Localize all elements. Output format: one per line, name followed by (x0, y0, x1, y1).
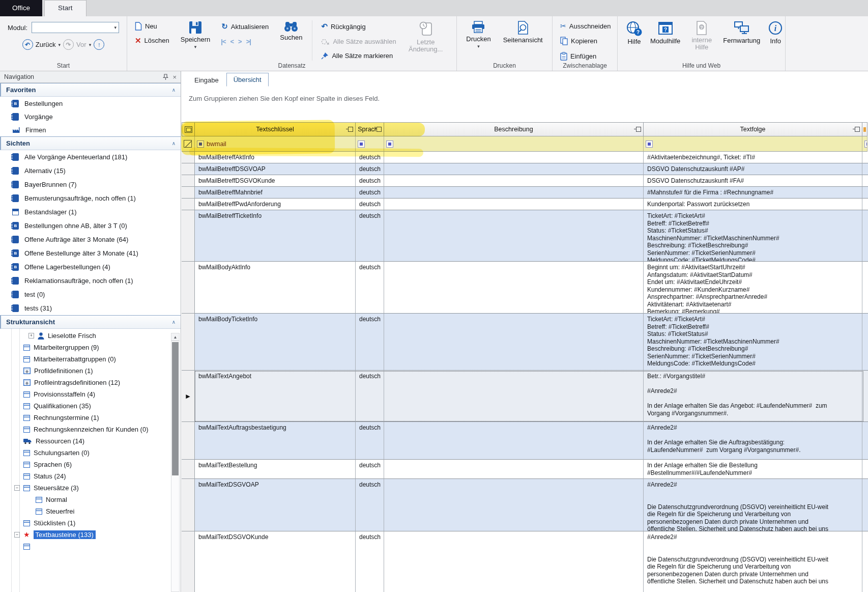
cell-beschreibung[interactable] (384, 210, 644, 262)
cell-textfolge[interactable]: TicketArt: #TicketArt# Betreff: #TicketB… (644, 314, 862, 371)
cell-sprache[interactable]: deutsch (356, 152, 384, 163)
vor-button[interactable]: Vor (76, 41, 86, 48)
expand-plus-icon[interactable]: + (28, 333, 34, 339)
section-header-strukturansicht[interactable]: Strukturansicht∧ (0, 315, 181, 329)
filter-type-icon[interactable] (358, 140, 365, 148)
tree-item[interactable]: Normal (0, 494, 181, 505)
cell-textschluessel[interactable]: bwMailTextAngebot (195, 371, 356, 422)
cell-textschluessel[interactable]: bwMailBodyAktInfo (195, 262, 356, 314)
column-header-beschreibung[interactable]: Beschreibung (384, 122, 644, 136)
tree-item-partial[interactable] (0, 541, 181, 552)
speichern-button[interactable]: Speichern ▾ (177, 20, 214, 49)
cell-textfolge[interactable]: TicketArt: #TicketArt# Betreff: #TicketB… (644, 210, 862, 262)
sicht-item[interactable]: Offene Aufträge älter 3 Monate (64) (0, 233, 181, 246)
column-header-textfolge[interactable]: Textfolge (644, 122, 862, 136)
tree-item[interactable]: Stücklisten (1) (0, 517, 181, 529)
scroll-up-icon[interactable]: ▲ (171, 333, 179, 341)
collapse-chevron-icon[interactable]: ∧ (172, 87, 176, 93)
row-selector[interactable] (182, 422, 195, 460)
row-selector[interactable] (182, 163, 195, 175)
tree-item-textbausteine[interactable]: − ★ Textbausteine (133) (0, 529, 181, 541)
cell-textfolge[interactable]: #Anrede2# In der Anlage erhalten Sie die… (644, 422, 862, 460)
tree-item[interactable]: Ressourcen (14) (0, 435, 181, 447)
row-selector[interactable] (182, 210, 195, 262)
table-row[interactable]: bwMailBetreffMahnbrief deutsch #Mahnstuf… (182, 187, 868, 199)
table-row[interactable]: bwMailTextDSGVOKunde deutsch #Anrede2# D… (182, 531, 868, 592)
filter-type-icon[interactable] (646, 140, 653, 148)
table-row[interactable]: bwMailBodyAktInfo deutsch Beginnt um: #A… (182, 262, 868, 314)
cell-beschreibung[interactable] (384, 175, 644, 187)
cell-beschreibung[interactable] (384, 531, 644, 592)
cell-textschluessel[interactable]: bwMailTextDSGVOAP (195, 479, 356, 531)
tree-item[interactable]: Mitarbeitergruppen (9) (0, 342, 181, 353)
rueckgaengig-button[interactable]: ↶ Rückgängig (319, 20, 398, 33)
kopieren-button[interactable]: Kopieren (558, 35, 613, 47)
pin-column-icon[interactable] (348, 127, 353, 132)
pin-icon[interactable] (163, 74, 168, 80)
aktualisieren-button[interactable]: ↻ Aktualisieren (219, 20, 271, 33)
grid-options-icon[interactable] (185, 126, 192, 133)
sicht-item[interactable]: Offene Lagerbestellungen (4) (0, 260, 181, 274)
tree-item[interactable]: Profileintragsdefinitionen (12) (0, 377, 181, 388)
tree-item[interactable]: Status (24) (0, 470, 181, 482)
cell-textschluessel[interactable]: bwMailBetreffPwdAnforderung (195, 199, 356, 210)
sicht-item[interactable]: test (0) (0, 288, 181, 301)
section-header-favoriten[interactable]: Favoriten∧ (0, 83, 181, 97)
sidebar-item-vorgaenge[interactable]: Vorgänge (0, 110, 181, 123)
scrollbar-thumb[interactable] (172, 342, 179, 475)
tree-item[interactable]: Sprachen (6) (0, 459, 181, 470)
pin-column-icon[interactable] (855, 127, 860, 132)
column-header-textschluessel[interactable]: Textschlüssel (195, 122, 356, 136)
filter-cell-textschluessel[interactable]: bwmail (195, 136, 356, 152)
cell-textfolge[interactable]: #Anrede2# Die Datenschutzgrundverordnung… (644, 531, 862, 592)
row-selector[interactable] (182, 479, 195, 531)
cell-sprache[interactable]: deutsch (356, 531, 384, 592)
cell-beschreibung[interactable] (384, 262, 644, 314)
prev-record-button[interactable]: < (230, 38, 234, 45)
cell-sprache[interactable]: deutsch (356, 199, 384, 210)
sicht-item[interactable]: Bestellungen ohne AB, älter 3 T (0) (0, 219, 181, 233)
row-selector[interactable] (182, 460, 195, 479)
drucken-button[interactable]: Drucken ▾ (462, 20, 494, 49)
pin-column-icon[interactable] (636, 127, 641, 132)
tree-item[interactable]: Schulungsarten (0) (0, 447, 181, 459)
tree-item[interactable]: Steuerfrei (0, 505, 181, 517)
sidebar-item-bestellungen[interactable]: Bestellungen (0, 97, 181, 110)
row-selector[interactable] (182, 187, 195, 199)
letzte-aenderung-button[interactable]: Letzte Änderung... (404, 20, 448, 53)
cell-textfolge[interactable]: Betr.: #Vorgangstitel# #Anrede2# In der … (644, 371, 862, 422)
cell-textschluessel[interactable]: bwMailBodyTicketInfo (195, 314, 356, 371)
einfuegen-button[interactable]: Einfügen (558, 50, 613, 62)
table-row[interactable]: bwMailBodyTicketInfo deutsch TicketArt: … (182, 314, 868, 371)
row-selector[interactable] (182, 314, 195, 371)
zurueck-dropdown-icon[interactable]: ▾ (59, 43, 61, 47)
grid-corner-cell[interactable] (182, 122, 195, 136)
cell-textfolge[interactable]: Kundenportal: Passwort zurücksetzen (644, 199, 862, 210)
sicht-item[interactable]: Offene Bestellunge älter 3 Monate (41) (0, 246, 181, 260)
vor-dropdown-icon[interactable]: ▾ (89, 43, 92, 47)
row-selector[interactable] (182, 262, 195, 314)
cell-textschluessel[interactable]: bwMailTextDSGVOKunde (195, 531, 356, 592)
tab-office[interactable]: Office (0, 0, 42, 16)
modul-combobox[interactable]: ▾ (32, 22, 119, 33)
cell-sprache[interactable]: deutsch (356, 479, 384, 531)
clear-filter-icon[interactable] (184, 140, 192, 148)
column-header-sprache[interactable]: Sprache (356, 122, 384, 136)
filter-cell-textfolge[interactable] (644, 136, 862, 152)
tree-item[interactable]: Rechnungskennzeichen für Kunden (0) (0, 424, 181, 435)
row-selector[interactable] (182, 531, 195, 592)
sicht-item[interactable]: BayerBrunnen (7) (0, 178, 181, 191)
table-row[interactable]: bwMailBetreffTicketInfo deutsch TicketAr… (182, 210, 868, 262)
cell-sprache[interactable]: deutsch (356, 187, 384, 199)
info-button[interactable]: i Info (765, 20, 786, 45)
cell-textschluessel[interactable]: bwMailBetreffMahnbrief (195, 187, 356, 199)
tree-item[interactable]: Provisionsstaffeln (4) (0, 388, 181, 400)
sicht-item[interactable]: tests (31) (0, 301, 181, 315)
fernwartung-button[interactable]: Fernwartung (719, 20, 764, 45)
drucken-dropdown-icon[interactable]: ▾ (477, 44, 480, 48)
next-record-button[interactable]: > (238, 38, 242, 45)
cell-textfolge[interactable]: DSGVO Datenschutzauskunft #FA# (644, 175, 862, 187)
cell-textfolge[interactable]: #Aktivitaetenbezeichnung#, Ticket: #TI# (644, 152, 862, 163)
table-row[interactable]: bwMailBetreffDSGVOKunde deutsch DSGVO Da… (182, 175, 868, 187)
filter-corner-cell[interactable] (182, 136, 195, 152)
